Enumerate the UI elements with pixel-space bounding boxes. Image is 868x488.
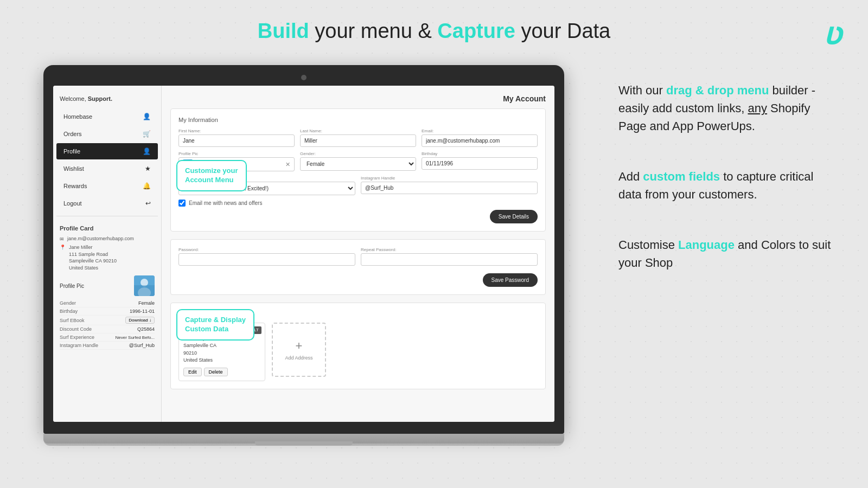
account-header: My Account: [170, 94, 546, 103]
location-icon: 📍: [60, 245, 66, 250]
sidebar-welcome: Welcome, Support.: [53, 92, 161, 107]
callout-customize-menu: Customize your Account Menu: [176, 160, 247, 191]
birthday-input[interactable]: [422, 157, 538, 170]
repeat-password-group: Repeat Password:: [361, 247, 538, 266]
sidebar-item-label: Profile: [63, 148, 80, 155]
my-information-title: My Information: [178, 117, 538, 123]
laptop-mockup: Welcome, Support. Homebase 👤 Orders 🛒 Pr…: [43, 65, 564, 477]
profile-card-email: jane.m@customerhubapp.com: [67, 236, 134, 241]
sidebar-item-profile[interactable]: Profile 👤: [56, 143, 158, 159]
instagram-group: Instagram Handle: [361, 176, 538, 195]
address-line2: Sampleville CA: [183, 342, 260, 350]
address-line3: 90210: [183, 350, 260, 357]
star-icon: ★: [145, 165, 151, 172]
sidebar-item-rewards[interactable]: Rewards 🔔: [56, 178, 158, 194]
last-name-group: Last Name:: [300, 129, 416, 147]
callout-capture-data: Capture & Display Custom Data: [176, 309, 254, 341]
profile-pic-row: Profile Pic: [60, 275, 155, 296]
email-label: Email:: [422, 129, 538, 133]
sidebar-item-label: Orders: [63, 131, 82, 137]
password-input[interactable]: [178, 253, 355, 266]
main-content: My Account My Information First Name: La…: [162, 86, 554, 422]
password-group: Password:: [178, 247, 355, 266]
profile-card-title: Profile Card: [60, 225, 155, 232]
bell-icon: 🔔: [143, 182, 151, 190]
save-password-row: Save Password: [178, 270, 538, 287]
right-panel-text-3: Customise Language and Colors to suit yo…: [618, 236, 835, 272]
file-remove-icon[interactable]: ✕: [285, 161, 290, 168]
profile-card-address: Jane Miller 111 Sample Road Sampleville …: [69, 244, 117, 271]
address-country: United States: [183, 357, 260, 364]
last-name-label: Last Name:: [300, 129, 416, 133]
birthday-group: Birthday: [422, 151, 538, 171]
data-row-discount: Discount Code Q25864: [60, 325, 155, 333]
sidebar-item-label: Wishlist: [63, 165, 84, 172]
email-group: Email:: [422, 129, 538, 147]
callout-customize-text: Customize your Account Menu: [185, 166, 238, 185]
instagram-label: Instagram Handle: [361, 176, 538, 181]
save-details-button[interactable]: Save Details: [490, 210, 538, 223]
data-row-instagram: Instagram Handle @Surf_Hub: [60, 342, 155, 350]
laptop-camera: [301, 75, 307, 80]
user-icon: 👤: [143, 113, 151, 120]
email-optin-row: Email me with news and offers Save Detai…: [178, 200, 538, 223]
first-name-input[interactable]: [178, 134, 295, 147]
right-panel-block-1: With our drag & drop menu builder - easi…: [618, 81, 835, 135]
repeat-password-input[interactable]: [361, 253, 538, 266]
repeat-password-label: Repeat Password:: [361, 247, 538, 252]
data-row-gender: Gender Female: [60, 299, 155, 307]
page-title: Build your menu & Capture your Data: [0, 0, 868, 43]
birthday-label: Birthday: [422, 151, 538, 156]
add-address-card[interactable]: + Add Address: [272, 323, 326, 377]
password-card: Password: Repeat Password: Save Password: [170, 239, 546, 295]
save-password-button[interactable]: Save Password: [483, 273, 538, 287]
laptop-screen-outer: Welcome, Support. Homebase 👤 Orders 🛒 Pr…: [43, 65, 564, 434]
data-row-ebook: Surf EBook Download ↓: [60, 316, 155, 325]
data-row-birthday: Birthday 1996-11-01: [60, 307, 155, 316]
sidebar-item-label: Homebase: [63, 113, 92, 120]
data-row-surf-exp: Surf Experience Never Surfed Befo...: [60, 333, 155, 342]
profile-card-address-row: 📍 Jane Miller 111 Sample Road Samplevill…: [60, 244, 155, 271]
name-row: First Name: Last Name: Email:: [178, 129, 538, 147]
sidebar: Welcome, Support. Homebase 👤 Orders 🛒 Pr…: [53, 86, 162, 422]
profile-pic-thumbnail: [134, 275, 155, 296]
email-optin-checkbox[interactable]: [178, 200, 186, 207]
profile-card-section: Profile Card ✉ jane.m@customerhubapp.com…: [53, 221, 161, 354]
right-panel-block-2: Add custom fields to capture critical da…: [618, 168, 835, 203]
add-address-label: Add Address: [285, 355, 312, 361]
profile-pic-label: Profile Pic: [178, 151, 295, 156]
right-panel: With our drag & drop menu builder - easi…: [618, 81, 835, 304]
sidebar-item-homebase[interactable]: Homebase 👤: [56, 108, 158, 125]
right-panel-text-1: With our drag & drop menu builder - easi…: [618, 81, 835, 135]
gender-select[interactable]: Female Male Other: [300, 157, 416, 171]
email-input[interactable]: [422, 134, 538, 147]
edit-address-button[interactable]: Edit: [183, 368, 202, 376]
svg-rect-3: [134, 285, 155, 296]
sidebar-item-logout[interactable]: Logout ↩: [56, 195, 158, 211]
password-label: Password:: [178, 247, 355, 252]
first-name-group: First Name:: [178, 129, 295, 147]
right-panel-text-2: Add custom fields to capture critical da…: [618, 168, 835, 203]
email-icon: ✉: [60, 236, 64, 242]
email-optin-label: Email me with news and offers: [189, 200, 262, 206]
logo-icon: ʋ: [823, 16, 841, 52]
gender-group: Gender: Female Male Other: [300, 151, 416, 171]
logout-icon: ↩: [145, 200, 151, 207]
sidebar-item-label: Logout: [63, 200, 82, 207]
svg-point-1: [141, 279, 148, 286]
title-capture: Capture: [437, 20, 515, 42]
gender-label: Gender:: [300, 151, 416, 156]
password-row: Password: Repeat Password:: [178, 247, 538, 266]
checkbox-row: Email me with news and offers: [178, 200, 538, 207]
laptop-screen-inner: Welcome, Support. Homebase 👤 Orders 🛒 Pr…: [53, 86, 554, 422]
delete-address-button[interactable]: Delete: [204, 368, 228, 376]
laptop-foot: [43, 434, 564, 444]
profile-card-email-row: ✉ jane.m@customerhubapp.com: [60, 236, 155, 242]
sidebar-item-orders[interactable]: Orders 🛒: [56, 126, 158, 142]
cart-icon: 🛒: [143, 130, 151, 138]
instagram-input[interactable]: [361, 182, 538, 194]
download-button[interactable]: Download ↓: [125, 317, 155, 324]
last-name-input[interactable]: [300, 134, 416, 147]
sidebar-item-wishlist[interactable]: Wishlist ★: [56, 160, 158, 177]
add-address-plus: +: [296, 339, 303, 353]
